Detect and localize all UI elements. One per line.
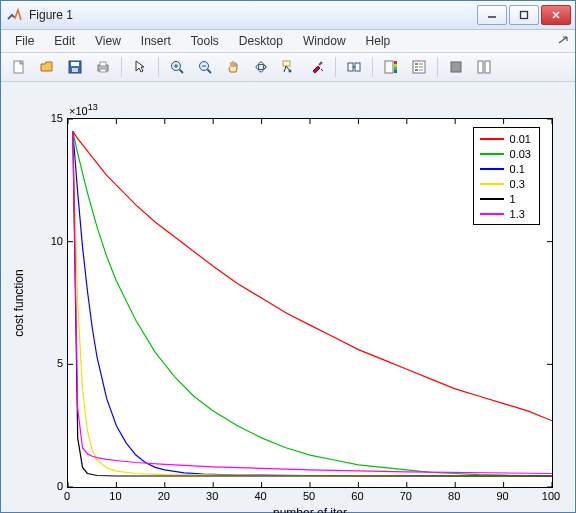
legend-label: 0.03 xyxy=(510,148,531,160)
legend-swatch xyxy=(480,213,504,215)
legend-entry: 0.3 xyxy=(480,176,531,191)
svg-rect-33 xyxy=(485,61,490,73)
matlab-icon xyxy=(7,7,23,23)
toolbar-sep xyxy=(335,57,336,77)
svg-rect-18 xyxy=(355,63,360,71)
legend-entry: 1 xyxy=(480,191,531,206)
x-tick-label: 0 xyxy=(64,490,70,502)
y-axis-label: cost function xyxy=(12,269,26,336)
toolbar-sep xyxy=(121,57,122,77)
svg-line-10 xyxy=(180,70,184,74)
svg-line-12 xyxy=(208,70,212,74)
x-tick-label: 80 xyxy=(448,490,460,502)
menu-insert[interactable]: Insert xyxy=(131,32,181,50)
legend-label: 1.3 xyxy=(510,208,525,220)
svg-rect-23 xyxy=(394,70,397,73)
data-cursor-icon[interactable] xyxy=(276,55,302,79)
pointer-icon[interactable] xyxy=(127,55,153,79)
figure-window: Figure 1 File Edit View Insert Tools Des… xyxy=(0,0,576,513)
svg-rect-7 xyxy=(100,62,106,66)
zoom-out-icon[interactable] xyxy=(192,55,218,79)
menu-tools[interactable]: Tools xyxy=(181,32,229,50)
zoom-in-icon[interactable] xyxy=(164,55,190,79)
menu-view[interactable]: View xyxy=(85,32,131,50)
x-tick-label: 90 xyxy=(496,490,508,502)
toolbar xyxy=(1,53,575,82)
x-axis-label: number of iter xyxy=(273,506,347,513)
legend-entry: 0.03 xyxy=(480,146,531,161)
pan-icon[interactable] xyxy=(220,55,246,79)
legend-entry: 0.01 xyxy=(480,131,531,146)
svg-point-16 xyxy=(289,70,292,73)
window-title: Figure 1 xyxy=(29,8,477,22)
x-tick-label: 60 xyxy=(351,490,363,502)
menu-desktop[interactable]: Desktop xyxy=(229,32,293,50)
show-plot-tools-icon[interactable] xyxy=(471,55,497,79)
legend-swatch xyxy=(480,138,504,140)
dock-icon[interactable] xyxy=(555,34,571,48)
svg-rect-8 xyxy=(100,69,106,72)
svg-rect-32 xyxy=(478,61,483,73)
minimize-button[interactable] xyxy=(477,5,507,25)
x-tick-label: 40 xyxy=(254,490,266,502)
svg-rect-17 xyxy=(348,63,353,71)
y-tick-label: 10 xyxy=(9,235,63,247)
y-tick-label: 5 xyxy=(9,357,63,369)
menu-window[interactable]: Window xyxy=(293,32,356,50)
y-axis-exponent: ×1013 xyxy=(69,102,98,117)
svg-rect-1 xyxy=(521,12,528,19)
svg-rect-4 xyxy=(71,62,79,66)
svg-rect-20 xyxy=(394,61,397,64)
hide-plot-tools-icon[interactable] xyxy=(443,55,469,79)
close-button[interactable] xyxy=(541,5,571,25)
open-file-icon[interactable] xyxy=(34,55,60,79)
svg-point-14 xyxy=(259,62,264,72)
legend-entry: 1.3 xyxy=(480,206,531,221)
menu-edit[interactable]: Edit xyxy=(44,32,85,50)
y-tick-label: 15 xyxy=(9,112,63,124)
legend-swatch xyxy=(480,183,504,185)
legend[interactable]: 0.01 0.03 0.1 0.3 1 1.3 xyxy=(473,127,540,225)
legend-label: 0.01 xyxy=(510,133,531,145)
menu-file[interactable]: File xyxy=(5,32,44,50)
legend-swatch xyxy=(480,153,504,155)
x-tick-label: 100 xyxy=(542,490,560,502)
legend-label: 1 xyxy=(510,193,516,205)
x-tick-label: 10 xyxy=(109,490,121,502)
svg-rect-31 xyxy=(451,62,461,72)
toolbar-sep xyxy=(437,57,438,77)
axes-container: ×1013 0.01 0.03 0.1 0.3 1 1.3 xyxy=(9,90,567,504)
legend-label: 0.3 xyxy=(510,178,525,190)
rotate-3d-icon[interactable] xyxy=(248,55,274,79)
legend-entry: 0.1 xyxy=(480,161,531,176)
print-icon[interactable] xyxy=(90,55,116,79)
link-data-icon[interactable] xyxy=(341,55,367,79)
legend-swatch xyxy=(480,168,504,170)
menubar: File Edit View Insert Tools Desktop Wind… xyxy=(1,30,575,53)
x-tick-label: 50 xyxy=(303,490,315,502)
svg-rect-22 xyxy=(394,67,397,70)
y-tick-label: 0 xyxy=(9,480,63,492)
legend-swatch xyxy=(480,198,504,200)
insert-legend-icon[interactable] xyxy=(406,55,432,79)
toolbar-sep xyxy=(372,57,373,77)
svg-rect-15 xyxy=(283,61,290,66)
legend-label: 0.1 xyxy=(510,163,525,175)
x-tick-label: 20 xyxy=(158,490,170,502)
x-tick-label: 30 xyxy=(206,490,218,502)
menu-help[interactable]: Help xyxy=(356,32,401,50)
toolbar-sep xyxy=(158,57,159,77)
window-controls xyxy=(477,5,571,25)
brush-icon[interactable] xyxy=(304,55,330,79)
new-figure-icon[interactable] xyxy=(6,55,32,79)
titlebar: Figure 1 xyxy=(1,1,575,30)
svg-rect-19 xyxy=(385,61,393,73)
axes[interactable]: 0.01 0.03 0.1 0.3 1 1.3 xyxy=(67,118,553,488)
figure-canvas[interactable]: ×1013 0.01 0.03 0.1 0.3 1 1.3 xyxy=(1,82,575,512)
svg-rect-5 xyxy=(72,68,78,72)
x-tick-label: 70 xyxy=(400,490,412,502)
maximize-button[interactable] xyxy=(509,5,539,25)
save-icon[interactable] xyxy=(62,55,88,79)
insert-colorbar-icon[interactable] xyxy=(378,55,404,79)
svg-rect-21 xyxy=(394,64,397,67)
